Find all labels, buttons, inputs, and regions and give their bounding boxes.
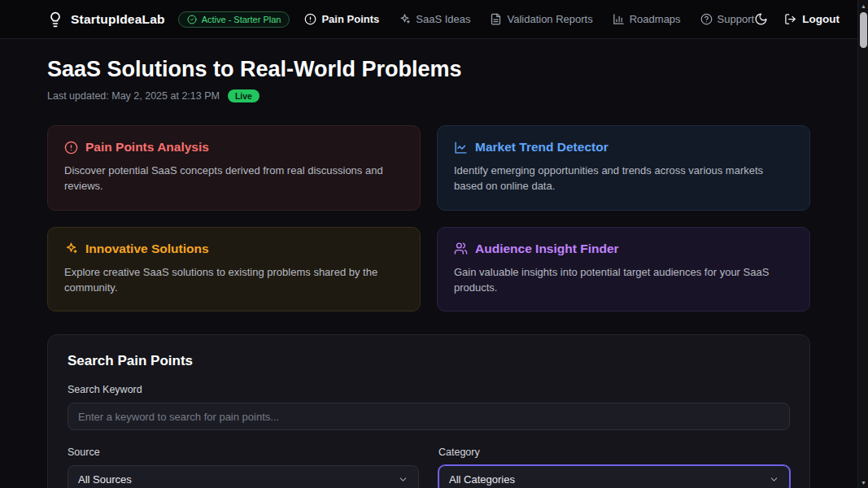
logout-icon [784, 13, 796, 25]
lightbulb-icon [47, 11, 63, 28]
feature-card-innovative-solutions[interactable]: Innovative Solutions Explore creative Sa… [47, 227, 421, 312]
brand-home-link[interactable]: StartupIdeaLab [47, 11, 165, 28]
logout-label: Logout [802, 13, 840, 25]
logout-button[interactable]: Logout [784, 13, 840, 25]
nav-item-label: Support [718, 13, 755, 25]
search-keyword-label: Search Keyword [68, 384, 790, 395]
nav-item-validation-reports[interactable]: Validation Reports [490, 13, 592, 25]
line-chart-icon [454, 141, 468, 155]
nav-item-label: SaaS Ideas [416, 13, 470, 25]
users-icon [454, 242, 468, 255]
scrollbar-thumb[interactable] [860, 12, 867, 48]
page-scrollbar[interactable]: ▲ ▼ [857, 0, 868, 488]
nav-item-label: Roadmaps [630, 13, 681, 25]
help-circle-icon [700, 13, 713, 25]
scrollbar-up-arrow[interactable]: ▲ [858, 0, 868, 11]
nav-right-actions: Logout [754, 12, 840, 26]
category-select[interactable]: All Categories [438, 465, 790, 488]
alert-circle-icon [64, 141, 78, 155]
category-field: Category All Categories [438, 447, 790, 488]
feature-card-market-trend-detector[interactable]: Market Trend Detector Identify emerging … [437, 125, 810, 211]
card-title: Audience Insight Finder [475, 242, 619, 256]
alert-circle-icon [304, 13, 316, 25]
card-title-row: Market Trend Detector [454, 140, 793, 155]
feature-card-audience-insight-finder[interactable]: Audience Insight Finder Gain valuable in… [437, 227, 810, 312]
search-keyword-input[interactable] [68, 403, 790, 430]
card-description: Explore creative SaaS solutions to exist… [64, 265, 403, 296]
card-title: Pain Points Analysis [85, 140, 209, 155]
brand-name: StartupIdeaLab [71, 12, 165, 27]
search-panel-title: Search Pain Points [68, 353, 790, 369]
main-content: SaaS Solutions to Real-World Problems La… [47, 39, 810, 488]
moon-icon [754, 12, 768, 26]
last-updated-text: Last updated: May 2, 2025 at 2:13 PM [47, 90, 220, 102]
source-select[interactable]: All Sources [68, 465, 419, 488]
chevron-down-icon [398, 474, 408, 485]
source-field: Source All Sources [68, 447, 419, 488]
dark-mode-toggle[interactable] [754, 12, 768, 26]
card-description: Discover potential SaaS concepts derived… [64, 163, 403, 194]
nav-item-label: Validation Reports [507, 13, 592, 25]
source-label: Source [68, 447, 419, 458]
nav-menu: Pain Points SaaS Ideas Validation Report… [304, 13, 754, 25]
chevron-down-icon [769, 474, 779, 485]
nav-item-support[interactable]: Support [700, 13, 755, 25]
card-description: Identify emerging opportunities and tren… [454, 163, 793, 194]
page-title: SaaS Solutions to Real-World Problems [47, 57, 810, 82]
plan-status-label: Active - Starter Plan [202, 15, 281, 24]
sparkles-icon [399, 13, 411, 25]
card-title-row: Innovative Solutions [64, 242, 403, 256]
card-title: Market Trend Detector [475, 140, 608, 155]
navbar: StartupIdeaLab Active - Starter Plan Pai… [0, 0, 857, 39]
category-label: Category [438, 447, 790, 458]
nav-item-roadmaps[interactable]: Roadmaps [613, 13, 681, 25]
live-badge: Live [228, 89, 260, 102]
feature-card-pain-points-analysis[interactable]: Pain Points Analysis Discover potential … [47, 125, 421, 211]
file-text-icon [490, 13, 502, 25]
card-description: Gain valuable insights into potential ta… [454, 265, 793, 296]
scrollbar-down-arrow[interactable]: ▼ [858, 477, 868, 488]
source-select-value: All Sources [78, 473, 132, 486]
check-circle-icon [187, 15, 197, 24]
nav-item-label: Pain Points [321, 13, 379, 25]
nav-item-pain-points[interactable]: Pain Points [304, 13, 379, 25]
sparkles-icon [64, 242, 78, 255]
feature-cards-grid: Pain Points Analysis Discover potential … [47, 125, 810, 312]
page-subtitle: Last updated: May 2, 2025 at 2:13 PM Liv… [47, 89, 810, 102]
nav-item-saas-ideas[interactable]: SaaS Ideas [399, 13, 470, 25]
plan-status-badge: Active - Starter Plan [178, 11, 290, 28]
category-select-value: All Categories [449, 473, 515, 486]
card-title-row: Audience Insight Finder [454, 242, 793, 256]
search-filters-row: Source All Sources Category All Categori… [68, 447, 790, 488]
search-pain-points-panel: Search Pain Points Search Keyword Source… [47, 334, 810, 488]
bar-chart-icon [613, 13, 625, 25]
card-title: Innovative Solutions [85, 242, 209, 256]
card-title-row: Pain Points Analysis [64, 140, 403, 155]
